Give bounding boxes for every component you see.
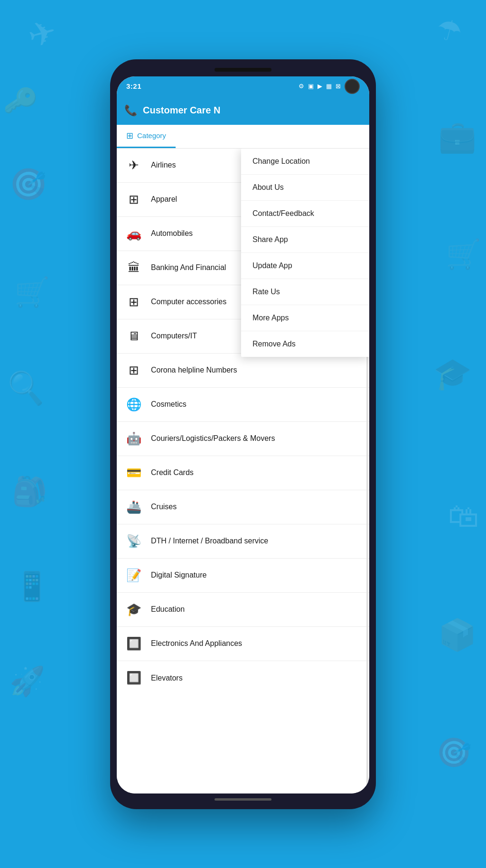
- category-label: Airlines: [151, 161, 176, 169]
- category-label: Credit Cards: [151, 468, 194, 477]
- dropdown-item-share-app[interactable]: Share App: [241, 227, 369, 253]
- category-label: Corona helpline Numbers: [151, 366, 237, 374]
- phone-header-icon: 📞: [124, 104, 137, 117]
- category-label: Computers/IT: [151, 332, 197, 340]
- category-label: DTH / Internet / Broadband service: [151, 537, 268, 545]
- category-label: Apparel: [151, 195, 177, 204]
- digital-signature-icon: 📝: [124, 566, 143, 585]
- dropdown-item-about-us[interactable]: About Us: [241, 175, 369, 201]
- dropdown-item-change-location[interactable]: Change Location: [241, 149, 369, 175]
- tab-category-label: Category: [137, 131, 166, 140]
- category-label: Cosmetics: [151, 400, 187, 409]
- phone-frame: 3:21 ⚙ ▣ ▶ ▦ ⊠ 📞 Customer Care N ⊞ Categ…: [110, 59, 376, 809]
- status-time: 3:21: [126, 82, 141, 90]
- play-icon: ▶: [318, 83, 322, 90]
- category-label: Banking And Financial: [151, 263, 226, 272]
- settings-icon: ⚙: [299, 83, 304, 90]
- list-item[interactable]: 📡 DTH / Internet / Broadband service: [117, 524, 369, 559]
- status-icons: ⚙ ▣ ▶ ▦ ⊠: [299, 79, 360, 94]
- phone-camera: [215, 68, 271, 72]
- electronics-icon: 🔲: [124, 634, 143, 653]
- category-label: Digital Signature: [151, 571, 206, 579]
- wifi-icon: ⊠: [336, 83, 341, 90]
- list-item[interactable]: 🌐 Cosmetics: [117, 388, 369, 422]
- list-item[interactable]: 📝 Digital Signature: [117, 559, 369, 593]
- education-icon: 🎓: [124, 600, 143, 619]
- dth-icon: 📡: [124, 532, 143, 551]
- list-item[interactable]: 🔲 Electronics And Appliances: [117, 627, 369, 661]
- tab-category-icon: ⊞: [126, 131, 133, 141]
- list-item[interactable]: 🚢 Cruises: [117, 490, 369, 524]
- dropdown-item-more-apps[interactable]: More Apps: [241, 305, 369, 331]
- category-label: Elevators: [151, 674, 183, 682]
- category-list-area: ✈ Airlines ⊞ Apparel 🚗 Automobiles 🏛 Ban…: [117, 149, 369, 793]
- category-label: Couriers/Logistics/Packers & Movers: [151, 434, 275, 443]
- category-label: Education: [151, 605, 185, 614]
- apparel-icon: ⊞: [124, 190, 143, 209]
- category-label: Automobiles: [151, 229, 193, 238]
- tab-category[interactable]: ⊞ Category: [117, 125, 176, 148]
- status-bar: 3:21 ⚙ ▣ ▶ ▦ ⊠: [117, 76, 369, 96]
- corona-icon: ⊞: [124, 361, 143, 380]
- dropdown-item-update-app[interactable]: Update App: [241, 253, 369, 279]
- app-header: 📞 Customer Care N: [117, 96, 369, 125]
- phone-icon: ▣: [308, 83, 314, 90]
- cruises-icon: 🚢: [124, 497, 143, 516]
- category-label: Electronics And Appliances: [151, 639, 242, 648]
- list-item[interactable]: 🎓 Education: [117, 593, 369, 627]
- category-label: Computer accessories: [151, 298, 226, 306]
- dropdown-menu: Change Location About Us Contact/Feedbac…: [241, 149, 369, 357]
- camera-circle: [345, 79, 360, 94]
- signal-icon: ▦: [326, 83, 332, 90]
- cosmetics-icon: 🌐: [124, 395, 143, 414]
- banking-icon: 🏛: [124, 258, 143, 277]
- elevators-icon: 🔲: [124, 669, 143, 688]
- credit-cards-icon: 💳: [124, 463, 143, 482]
- screen: 3:21 ⚙ ▣ ▶ ▦ ⊠ 📞 Customer Care N ⊞ Categ…: [117, 76, 369, 793]
- computer-accessories-icon: ⊞: [124, 292, 143, 311]
- automobiles-icon: 🚗: [124, 224, 143, 243]
- tab-bar: ⊞ Category: [117, 125, 369, 149]
- home-indicator: [215, 798, 271, 801]
- couriers-icon: 🤖: [124, 429, 143, 448]
- list-item[interactable]: 🤖 Couriers/Logistics/Packers & Movers: [117, 422, 369, 456]
- list-item[interactable]: 💳 Credit Cards: [117, 456, 369, 490]
- list-item[interactable]: ⊞ Corona helpline Numbers: [117, 354, 369, 388]
- dropdown-item-remove-ads[interactable]: Remove Ads: [241, 331, 369, 357]
- list-item[interactable]: 🔲 Elevators: [117, 661, 369, 695]
- dropdown-item-rate-us[interactable]: Rate Us: [241, 279, 369, 305]
- app-title: Customer Care N: [143, 105, 362, 116]
- computers-it-icon: 🖥: [124, 327, 143, 345]
- category-label: Cruises: [151, 503, 177, 511]
- airlines-icon: ✈: [124, 156, 143, 175]
- dropdown-item-contact-feedback[interactable]: Contact/Feedback: [241, 201, 369, 227]
